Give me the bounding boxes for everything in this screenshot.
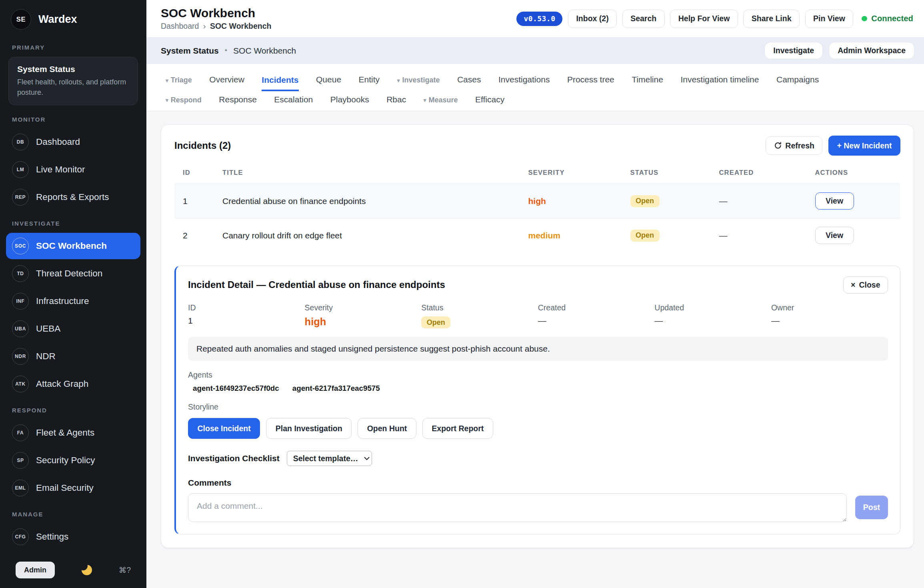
keyboard-shortcut-hint[interactable]: ⌘? [119, 566, 131, 575]
sidebar-item-soc-workbench[interactable]: SOC SOC Workbench [6, 233, 140, 259]
table-row[interactable]: 2 Canary rollout drift on edge fleet med… [174, 218, 900, 253]
cell-title: Credential abuse on finance endpoints [218, 184, 524, 218]
open-hunt-button[interactable]: Open Hunt [358, 418, 416, 439]
sidebar-item-fleet-agents[interactable]: FA Fleet & Agents [6, 420, 140, 446]
field-status: Status Open [421, 303, 538, 329]
post-comment-button[interactable]: Post [855, 496, 888, 519]
sidebar-item-email-security[interactable]: EML Email Security [6, 475, 140, 501]
dark-mode-moon-icon[interactable] [82, 565, 92, 575]
sidebar-item-label: Fleet & Agents [36, 428, 94, 438]
investigate-button[interactable]: Investigate [764, 42, 823, 59]
system-status-card[interactable]: System Status Fleet health, rollouts, an… [8, 57, 138, 106]
view-button[interactable]: View [815, 227, 854, 244]
sidebar-item-security-policy[interactable]: SP Security Policy [6, 447, 140, 474]
sidebar-item-infrastructure[interactable]: INF Infrastructure [6, 288, 140, 314]
sidebar-nav: PRIMARY System Status Fleet health, roll… [0, 36, 146, 588]
cell-status: Open [626, 218, 714, 253]
col-actions: ACTIONS [810, 164, 900, 184]
sidebar-item-dashboard[interactable]: DB Dashboard [6, 129, 140, 155]
tab-rbac[interactable]: Rbac [386, 91, 406, 111]
tab-row-2: ▾Respond Response Escalation Playbooks R… [166, 91, 914, 111]
live-monitor-icon: LM [12, 161, 29, 178]
connection-status: Connected [862, 14, 913, 23]
close-detail-button[interactable]: × Close [843, 276, 888, 294]
agent-id[interactable]: agent-6217fa317eac9575 [292, 384, 380, 393]
search-button[interactable]: Search [622, 10, 665, 28]
admin-button[interactable]: Admin [16, 562, 55, 578]
agent-id[interactable]: agent-16f49237ec57f0dc [193, 384, 279, 393]
sidebar: SE Wardex PRIMARY System Status Fleet he… [0, 0, 146, 588]
tab-cases[interactable]: Cases [457, 71, 481, 91]
tab-group-investigate[interactable]: ▾Investigate [397, 72, 440, 91]
tab-efficacy[interactable]: Efficacy [475, 91, 504, 111]
sidebar-item-live-monitor[interactable]: LM Live Monitor [6, 156, 140, 183]
table-row[interactable]: 1 Credential abuse on finance endpoints … [174, 184, 900, 218]
top-header: SOC Workbench Dashboard › SOC Workbench … [146, 0, 924, 37]
chevron-down-icon: ▾ [166, 77, 168, 84]
field-updated: Updated — [654, 303, 771, 329]
agents-list: agent-16f49237ec57f0dc agent-6217fa317ea… [188, 384, 888, 393]
view-button[interactable]: View [815, 192, 854, 210]
incidents-card-header: Incidents (2) Refresh + New Incident [161, 125, 914, 164]
settings-icon: CFG [12, 528, 29, 545]
brand-name: Wardex [38, 13, 77, 26]
tab-group-respond[interactable]: ▾Respond [166, 92, 202, 111]
sidebar-item-threat-detection[interactable]: TD Threat Detection [6, 260, 140, 287]
col-created: CREATED [714, 164, 810, 184]
col-status: STATUS [626, 164, 714, 184]
ndr-icon: NDR [12, 348, 29, 365]
close-incident-button[interactable]: Close Incident [188, 418, 260, 439]
tab-group-triage[interactable]: ▾Triage [166, 72, 192, 91]
pin-view-button[interactable]: Pin View [805, 10, 854, 28]
section-label-monitor: MONITOR [6, 108, 140, 128]
sidebar-item-label: UEBA [36, 324, 60, 334]
refresh-icon [774, 142, 782, 150]
tab-process-tree[interactable]: Process tree [567, 71, 614, 91]
section-label-manage: MANAGE [6, 502, 140, 522]
sidebar-item-label: Reports & Exports [36, 192, 109, 202]
tab-response[interactable]: Response [219, 91, 257, 111]
tab-investigation-timeline[interactable]: Investigation timeline [680, 71, 759, 91]
sidebar-item-attack-graph[interactable]: ATK Attack Graph [6, 371, 140, 397]
tab-playbooks[interactable]: Playbooks [330, 91, 369, 111]
field-owner-value: — [771, 316, 888, 326]
comment-input[interactable] [188, 493, 847, 522]
refresh-button[interactable]: Refresh [766, 136, 822, 155]
detail-header: Incident Detail — Credential abuse on fi… [188, 276, 888, 294]
col-severity: SEVERITY [524, 164, 626, 184]
sidebar-item-ndr[interactable]: NDR NDR [6, 343, 140, 370]
help-for-view-button[interactable]: Help For View [670, 10, 738, 28]
tab-queue[interactable]: Queue [316, 71, 341, 91]
field-updated-value: — [654, 316, 771, 326]
tab-group-measure[interactable]: ▾Measure [424, 92, 458, 111]
tab-investigations[interactable]: Investigations [498, 71, 550, 91]
checklist-template-select[interactable]: Select template… [287, 451, 372, 466]
cell-id: 2 [174, 218, 218, 253]
cell-created: — [714, 184, 810, 218]
plan-investigation-button[interactable]: Plan Investigation [266, 418, 352, 439]
tab-incidents[interactable]: Incidents [262, 72, 298, 91]
tab-timeline[interactable]: Timeline [632, 71, 663, 91]
comments-label: Comments [188, 478, 888, 488]
tab-entity[interactable]: Entity [359, 71, 380, 91]
dashboard-icon: DB [12, 134, 29, 150]
inbox-button[interactable]: Inbox (2) [568, 10, 617, 28]
breadcrumb-dashboard[interactable]: Dashboard [161, 22, 199, 31]
security-policy-icon: SP [12, 452, 29, 469]
table-header-row: ID TITLE SEVERITY STATUS CREATED ACTIONS [174, 164, 900, 184]
field-created-value: — [538, 316, 655, 326]
sidebar-item-ueba[interactable]: UBA UEBA [6, 316, 140, 342]
detail-title: Incident Detail — Credential abuse on fi… [188, 279, 445, 290]
tab-overview[interactable]: Overview [209, 71, 244, 91]
tab-campaigns[interactable]: Campaigns [776, 71, 819, 91]
sidebar-item-settings[interactable]: CFG Settings [6, 524, 140, 550]
admin-workspace-button[interactable]: Admin Workspace [829, 42, 914, 59]
share-link-button[interactable]: Share Link [743, 10, 800, 28]
tab-escalation[interactable]: Escalation [274, 91, 313, 111]
main-area: SOC Workbench Dashboard › SOC Workbench … [146, 0, 924, 588]
new-incident-button[interactable]: + New Incident [828, 136, 900, 156]
export-report-button[interactable]: Export Report [422, 418, 493, 439]
field-owner: Owner — [771, 303, 888, 329]
incidents-table: ID TITLE SEVERITY STATUS CREATED ACTIONS… [174, 164, 900, 252]
sidebar-item-reports-exports[interactable]: REP Reports & Exports [6, 184, 140, 210]
